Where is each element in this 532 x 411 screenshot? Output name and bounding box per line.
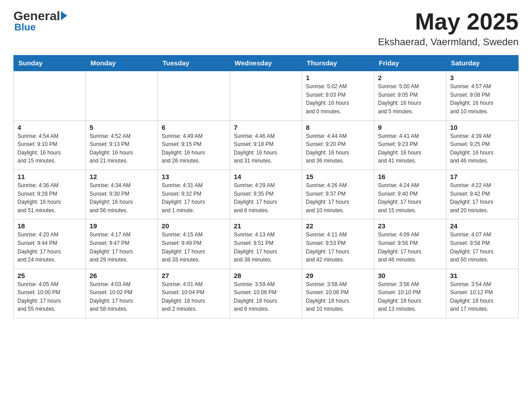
calendar-cell	[158, 71, 230, 120]
calendar-cell: 28Sunrise: 3:59 AMSunset: 10:06 PMDaylig…	[230, 269, 302, 318]
day-number: 13	[162, 173, 226, 180]
day-info: Sunrise: 3:56 AMSunset: 10:10 PMDaylight…	[378, 280, 442, 313]
day-number: 2	[378, 74, 442, 81]
weekday-header-wednesday: Wednesday	[230, 56, 302, 71]
day-info: Sunrise: 4:11 AMSunset: 9:53 PMDaylight:…	[306, 231, 370, 264]
day-info: Sunrise: 4:01 AMSunset: 10:04 PMDaylight…	[162, 280, 226, 313]
day-info: Sunrise: 4:46 AMSunset: 9:18 PMDaylight:…	[234, 132, 298, 165]
calendar-cell: 12Sunrise: 4:34 AMSunset: 9:30 PMDayligh…	[86, 170, 158, 219]
calendar-week-row: 1Sunrise: 5:02 AMSunset: 9:03 PMDaylight…	[14, 71, 519, 120]
calendar-week-row: 11Sunrise: 4:36 AMSunset: 9:28 PMDayligh…	[14, 170, 519, 219]
day-number: 3	[450, 74, 515, 81]
day-info: Sunrise: 4:36 AMSunset: 9:28 PMDaylight:…	[17, 181, 82, 214]
calendar-cell: 11Sunrise: 4:36 AMSunset: 9:28 PMDayligh…	[14, 170, 86, 219]
calendar-cell: 22Sunrise: 4:11 AMSunset: 9:53 PMDayligh…	[302, 219, 374, 269]
day-info: Sunrise: 4:24 AMSunset: 9:40 PMDaylight:…	[378, 181, 442, 214]
day-number: 17	[450, 173, 515, 180]
day-info: Sunrise: 3:59 AMSunset: 10:06 PMDaylight…	[234, 280, 298, 313]
calendar-cell: 23Sunrise: 4:09 AMSunset: 9:56 PMDayligh…	[374, 219, 446, 269]
day-number: 26	[90, 272, 154, 279]
day-info: Sunrise: 3:58 AMSunset: 10:08 PMDaylight…	[306, 280, 370, 313]
calendar-cell: 29Sunrise: 3:58 AMSunset: 10:08 PMDaylig…	[302, 269, 374, 318]
day-number: 31	[450, 272, 515, 279]
page-header: General Blue May 2025 Ekshaerad, Vaermla…	[13, 9, 519, 48]
calendar-cell: 9Sunrise: 4:41 AMSunset: 9:23 PMDaylight…	[374, 120, 446, 170]
logo-arrow-icon	[61, 11, 67, 20]
day-info: Sunrise: 5:02 AMSunset: 9:03 PMDaylight:…	[306, 82, 370, 116]
calendar-cell	[230, 71, 302, 120]
day-info: Sunrise: 4:34 AMSunset: 9:30 PMDaylight:…	[90, 181, 154, 214]
calendar-cell: 14Sunrise: 4:29 AMSunset: 9:35 PMDayligh…	[230, 170, 302, 219]
calendar-cell: 19Sunrise: 4:17 AMSunset: 9:47 PMDayligh…	[86, 219, 158, 269]
day-number: 16	[378, 173, 442, 180]
day-info: Sunrise: 4:39 AMSunset: 9:25 PMDaylight:…	[450, 132, 515, 165]
calendar-cell: 26Sunrise: 4:03 AMSunset: 10:02 PMDaylig…	[86, 269, 158, 318]
day-number: 22	[306, 222, 370, 230]
calendar-cell: 18Sunrise: 4:20 AMSunset: 9:44 PMDayligh…	[14, 219, 86, 269]
calendar-cell: 25Sunrise: 4:05 AMSunset: 10:00 PMDaylig…	[14, 269, 86, 318]
calendar-cell	[14, 71, 86, 120]
calendar-cell: 15Sunrise: 4:26 AMSunset: 9:37 PMDayligh…	[302, 170, 374, 219]
calendar-week-row: 25Sunrise: 4:05 AMSunset: 10:00 PMDaylig…	[14, 269, 519, 318]
weekday-header-sunday: Sunday	[14, 56, 86, 71]
calendar-cell: 21Sunrise: 4:13 AMSunset: 9:51 PMDayligh…	[230, 219, 302, 269]
day-number: 5	[90, 124, 154, 131]
day-number: 19	[90, 222, 154, 230]
day-number: 8	[306, 124, 370, 131]
day-info: Sunrise: 4:54 AMSunset: 9:10 PMDaylight:…	[17, 132, 82, 165]
day-number: 6	[162, 124, 226, 131]
calendar-cell: 27Sunrise: 4:01 AMSunset: 10:04 PMDaylig…	[158, 269, 230, 318]
calendar-cell: 7Sunrise: 4:46 AMSunset: 9:18 PMDaylight…	[230, 120, 302, 170]
day-info: Sunrise: 4:57 AMSunset: 9:08 PMDaylight:…	[450, 82, 515, 116]
calendar-cell: 17Sunrise: 4:22 AMSunset: 9:42 PMDayligh…	[446, 170, 519, 219]
day-info: Sunrise: 4:22 AMSunset: 9:42 PMDaylight:…	[450, 181, 515, 214]
day-info: Sunrise: 4:20 AMSunset: 9:44 PMDaylight:…	[17, 231, 82, 264]
day-info: Sunrise: 4:09 AMSunset: 9:56 PMDaylight:…	[378, 231, 442, 264]
day-number: 23	[378, 222, 442, 230]
weekday-header-tuesday: Tuesday	[158, 56, 230, 71]
calendar-cell: 8Sunrise: 4:44 AMSunset: 9:20 PMDaylight…	[302, 120, 374, 170]
day-number: 20	[162, 222, 226, 230]
day-number: 10	[450, 124, 515, 131]
day-number: 27	[162, 272, 226, 279]
calendar-cell: 3Sunrise: 4:57 AMSunset: 9:08 PMDaylight…	[446, 71, 519, 120]
calendar-cell: 20Sunrise: 4:15 AMSunset: 9:49 PMDayligh…	[158, 219, 230, 269]
weekday-header-friday: Friday	[374, 56, 446, 71]
calendar-cell: 30Sunrise: 3:56 AMSunset: 10:10 PMDaylig…	[374, 269, 446, 318]
day-info: Sunrise: 4:31 AMSunset: 9:32 PMDaylight:…	[162, 181, 226, 214]
location: Ekshaerad, Vaermland, Sweden	[378, 36, 519, 48]
day-info: Sunrise: 4:03 AMSunset: 10:02 PMDaylight…	[90, 280, 154, 313]
calendar-cell: 31Sunrise: 3:54 AMSunset: 10:12 PMDaylig…	[446, 269, 519, 318]
day-number: 30	[378, 272, 442, 279]
day-info: Sunrise: 4:13 AMSunset: 9:51 PMDaylight:…	[234, 231, 298, 264]
day-number: 21	[234, 222, 298, 230]
title-block: May 2025 Ekshaerad, Vaermland, Sweden	[378, 9, 519, 48]
day-number: 7	[234, 124, 298, 131]
day-info: Sunrise: 4:49 AMSunset: 9:15 PMDaylight:…	[162, 132, 226, 165]
calendar-cell: 24Sunrise: 4:07 AMSunset: 9:58 PMDayligh…	[446, 219, 519, 269]
calendar-week-row: 18Sunrise: 4:20 AMSunset: 9:44 PMDayligh…	[14, 219, 519, 269]
day-number: 29	[306, 272, 370, 279]
calendar-cell: 16Sunrise: 4:24 AMSunset: 9:40 PMDayligh…	[374, 170, 446, 219]
day-number: 18	[17, 222, 82, 230]
weekday-header-monday: Monday	[86, 56, 158, 71]
day-info: Sunrise: 4:17 AMSunset: 9:47 PMDaylight:…	[90, 231, 154, 264]
day-info: Sunrise: 4:52 AMSunset: 9:13 PMDaylight:…	[90, 132, 154, 165]
day-info: Sunrise: 5:00 AMSunset: 9:05 PMDaylight:…	[378, 82, 442, 116]
day-number: 15	[306, 173, 370, 180]
logo-blue: Blue	[14, 21, 36, 33]
calendar-cell	[86, 71, 158, 120]
day-number: 25	[17, 272, 82, 279]
calendar-cell: 13Sunrise: 4:31 AMSunset: 9:32 PMDayligh…	[158, 170, 230, 219]
calendar-week-row: 4Sunrise: 4:54 AMSunset: 9:10 PMDaylight…	[14, 120, 519, 170]
calendar-cell: 1Sunrise: 5:02 AMSunset: 9:03 PMDaylight…	[302, 71, 374, 120]
day-number: 4	[17, 124, 82, 131]
day-info: Sunrise: 3:54 AMSunset: 10:12 PMDaylight…	[450, 280, 515, 313]
day-info: Sunrise: 4:41 AMSunset: 9:23 PMDaylight:…	[378, 132, 442, 165]
calendar-table: SundayMondayTuesdayWednesdayThursdayFrid…	[13, 55, 519, 318]
calendar-cell: 2Sunrise: 5:00 AMSunset: 9:05 PMDaylight…	[374, 71, 446, 120]
day-info: Sunrise: 4:44 AMSunset: 9:20 PMDaylight:…	[306, 132, 370, 165]
weekday-header-thursday: Thursday	[302, 56, 374, 71]
day-info: Sunrise: 4:07 AMSunset: 9:58 PMDaylight:…	[450, 231, 515, 264]
day-number: 24	[450, 222, 515, 230]
